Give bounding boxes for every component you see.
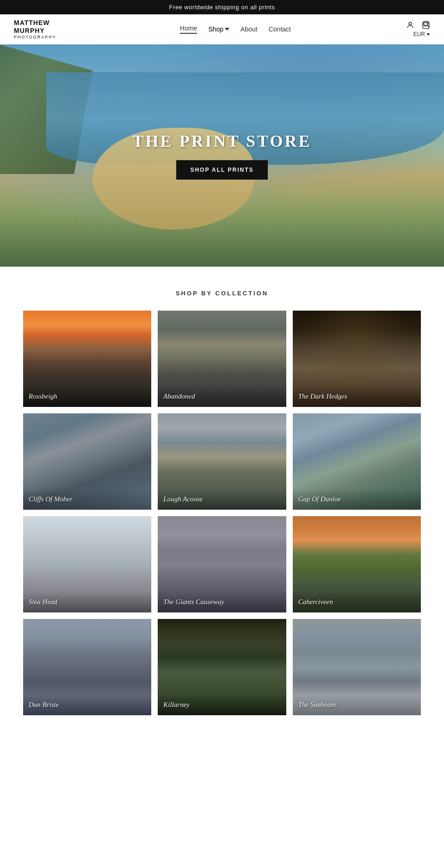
hero-content: THE PRINT STORE SHOP ALL PRINTS [133, 131, 312, 180]
currency-chevron-icon [426, 33, 430, 36]
collection-item[interactable]: Killarney [158, 619, 286, 715]
collection-item[interactable]: The Dark Hedges [293, 311, 421, 407]
collection-label: Abandoned [158, 386, 286, 407]
section-title: SHOP BY COLLECTION [23, 290, 421, 297]
collection-label: The Dark Hedges [293, 386, 421, 407]
logo-line2: MURPHY [14, 27, 65, 35]
currency-selector[interactable]: EUR [413, 31, 430, 37]
collection-item[interactable]: The Giants Causeway [158, 516, 286, 612]
collections-grid: Rossbeigh Abandoned The Dark Hedges Clif… [23, 311, 421, 715]
search-area [422, 20, 430, 30]
collection-item[interactable]: The Sunbeam [293, 619, 421, 715]
collection-item[interactable]: Gap Of Dunloe [293, 413, 421, 510]
currency-label: EUR [413, 31, 425, 37]
collection-label: Rossbeigh [23, 386, 151, 407]
collections-section: SHOP BY COLLECTION Rossbeigh Abandoned T… [0, 267, 444, 729]
svg-point-2 [409, 22, 412, 25]
collection-item[interactable]: Slea Head [23, 516, 151, 612]
collection-item[interactable]: Rossbeigh [23, 311, 151, 407]
main-nav: Home Shop About Contact [180, 25, 291, 34]
collection-label: Cliffs Of Moher [23, 489, 151, 510]
svg-point-0 [423, 21, 428, 26]
collection-item[interactable]: Abandoned [158, 311, 286, 407]
announcement-text: Free worldwide shipping on all prints [169, 4, 275, 11]
account-icon[interactable] [406, 21, 414, 29]
chevron-down-icon [225, 28, 229, 31]
collection-item[interactable]: Dun Briste [23, 619, 151, 715]
collection-label: Dun Briste [23, 694, 151, 715]
collection-label: Gap Of Dunloe [293, 489, 421, 510]
announcement-bar: Free worldwide shipping on all prints [0, 0, 444, 14]
collection-label: Caherciveen [293, 592, 421, 612]
logo[interactable]: MATTHEW MURPHY PHOTOGRAPHY [14, 19, 65, 39]
logo-line1: MATTHEW [14, 19, 65, 27]
collection-label: Killarney [158, 694, 286, 715]
nav-shop[interactable]: Shop [208, 25, 229, 33]
collection-item[interactable]: Caherciveen [293, 516, 421, 612]
collection-label: Lough Acoose [158, 489, 286, 510]
logo-line3: PHOTOGRAPHY [14, 35, 65, 40]
shop-all-prints-button[interactable]: SHOP ALL PRINTS [176, 160, 267, 180]
hero-title: THE PRINT STORE [133, 131, 312, 151]
nav-contact[interactable]: Contact [269, 25, 291, 33]
nav-about[interactable]: About [240, 25, 258, 33]
collection-label: Slea Head [23, 592, 151, 612]
nav-home[interactable]: Home [180, 25, 197, 34]
hero-section: THE PRINT STORE SHOP ALL PRINTS [0, 44, 444, 267]
search-icon[interactable] [422, 20, 430, 28]
collection-label: The Sunbeam [293, 694, 421, 715]
collection-label: The Giants Causeway [158, 592, 286, 612]
collection-item[interactable]: Lough Acoose [158, 413, 286, 510]
collection-item[interactable]: Cliffs Of Moher [23, 413, 151, 510]
site-header: MATTHEW MURPHY PHOTOGRAPHY Home Shop Abo… [0, 14, 444, 44]
svg-line-1 [427, 25, 429, 27]
